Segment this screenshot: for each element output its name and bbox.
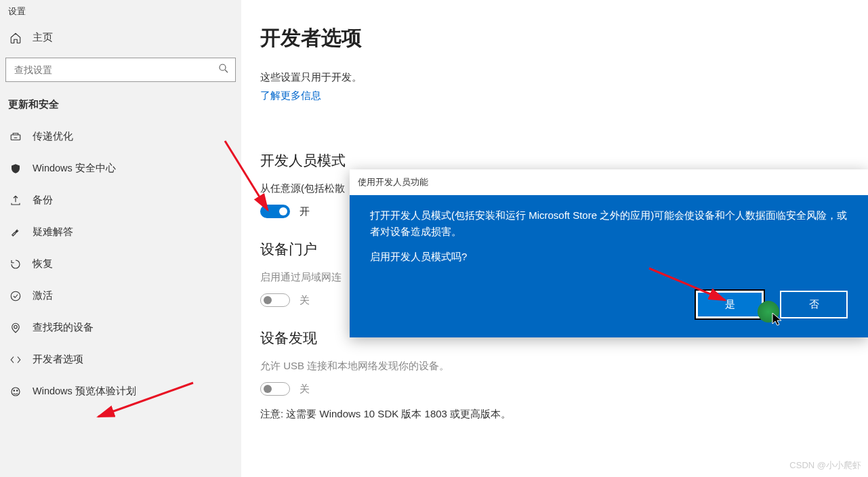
watermark: CSDN @小小爬虾 bbox=[789, 459, 861, 472]
sidebar-item-recovery[interactable]: 恢复 bbox=[0, 248, 241, 280]
sidebar-item-activation[interactable]: 激活 bbox=[0, 280, 241, 312]
svg-point-3 bbox=[14, 325, 18, 329]
device-portal-toggle[interactable] bbox=[260, 293, 290, 307]
confirm-dialog: 使用开发人员功能 打开开发人员模式(包括安装和运行 Microsoft Stor… bbox=[350, 169, 868, 337]
sidebar-item-find[interactable]: 查找我的设备 bbox=[0, 312, 241, 344]
developer-icon bbox=[9, 354, 22, 366]
svg-point-5 bbox=[14, 390, 15, 391]
page-title: 开发者选项 bbox=[260, 24, 849, 52]
search-input[interactable] bbox=[14, 64, 218, 75]
toggle-label: 关 bbox=[299, 294, 310, 307]
svg-point-0 bbox=[220, 64, 226, 70]
dev-mode-toggle[interactable] bbox=[260, 205, 290, 218]
sidebar-item-backup[interactable]: 备份 bbox=[0, 184, 241, 216]
learn-more-link[interactable]: 了解更多信息 bbox=[260, 89, 321, 102]
nav-label: 恢复 bbox=[33, 257, 53, 270]
svg-point-2 bbox=[11, 291, 20, 301]
nav-label: 查找我的设备 bbox=[33, 321, 94, 334]
home-label: 主页 bbox=[33, 31, 53, 44]
sidebar-item-developer[interactable]: 开发者选项 bbox=[0, 344, 241, 375]
search-icon bbox=[218, 62, 230, 77]
section-header: 更新和安全 bbox=[0, 91, 241, 121]
nav-label: 传递优化 bbox=[33, 130, 73, 143]
sidebar-item-troubleshoot[interactable]: 疑难解答 bbox=[0, 216, 241, 248]
dialog-question: 启用开发人员模式吗? bbox=[370, 251, 848, 264]
toggle-label: 关 bbox=[299, 383, 310, 396]
shield-icon bbox=[9, 163, 22, 175]
page-description: 这些设置只用于开发。 bbox=[260, 71, 849, 84]
recovery-icon bbox=[9, 258, 22, 270]
activation-icon bbox=[9, 290, 22, 302]
toggle-label: 开 bbox=[299, 205, 310, 218]
dialog-title: 使用开发人员功能 bbox=[350, 169, 868, 195]
nav-label: 疑难解答 bbox=[33, 226, 73, 239]
nav-label: Windows 安全中心 bbox=[33, 162, 116, 175]
dialog-no-button[interactable]: 否 bbox=[780, 291, 848, 318]
troubleshoot-icon bbox=[9, 226, 22, 239]
sdk-note: 注意: 这需要 Windows 10 SDK 版本 1803 或更高版本。 bbox=[260, 408, 849, 421]
find-icon bbox=[9, 322, 22, 334]
sidebar: 设置 主页 更新和安全 传递优化 Windows 安全中心 备份 疑难解答 恢复… bbox=[0, 0, 241, 477]
backup-icon bbox=[9, 194, 22, 207]
insider-icon bbox=[9, 386, 22, 398]
sidebar-item-delivery[interactable]: 传递优化 bbox=[0, 121, 241, 152]
sidebar-item-insider[interactable]: Windows 预览体验计划 bbox=[0, 375, 241, 407]
delivery-icon bbox=[9, 131, 22, 143]
sidebar-item-security[interactable]: Windows 安全中心 bbox=[0, 152, 241, 184]
section-title: 开发人员模式 bbox=[260, 151, 849, 170]
dialog-yes-button[interactable]: 是 bbox=[696, 291, 764, 318]
svg-point-6 bbox=[17, 390, 18, 391]
section-desc: 允许 USB 连接和本地网络发现你的设备。 bbox=[260, 360, 849, 373]
app-title: 设置 bbox=[0, 3, 241, 23]
nav-label: Windows 预览体验计划 bbox=[33, 385, 136, 398]
search-box[interactable] bbox=[5, 58, 236, 82]
svg-rect-1 bbox=[11, 135, 20, 140]
device-discovery-toggle[interactable] bbox=[260, 382, 290, 396]
nav-label: 开发者选项 bbox=[33, 353, 83, 366]
home-icon bbox=[9, 32, 22, 44]
nav-label: 激活 bbox=[33, 289, 53, 302]
dialog-body-text: 打开开发人员模式(包括安装和运行 Microsoft Store 之外的应用)可… bbox=[370, 207, 848, 240]
section-device-discovery: 设备发现 允许 USB 连接和本地网络发现你的设备。 关 注意: 这需要 Win… bbox=[260, 329, 849, 421]
nav-home[interactable]: 主页 bbox=[0, 23, 241, 52]
nav-label: 备份 bbox=[33, 194, 53, 207]
